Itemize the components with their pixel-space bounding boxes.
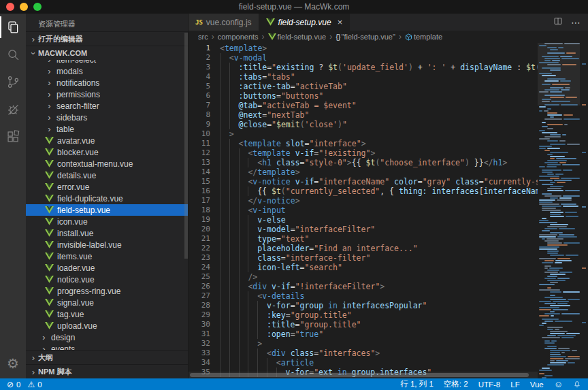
code-line[interactable]: 10> — [189, 129, 538, 139]
debug-icon[interactable] — [0, 95, 26, 123]
tree-item-notice-vue[interactable]: notice.vue — [26, 274, 188, 285]
code-line[interactable]: 31:open="true" — [189, 329, 538, 339]
line-number[interactable]: 30 — [189, 320, 220, 329]
code-line[interactable]: 15<v-notice v-if="interfaceName" color="… — [189, 177, 538, 186]
code-line[interactable]: 29:key="group.title" — [189, 310, 538, 320]
code-line[interactable]: 32> — [189, 339, 538, 348]
code-line[interactable]: 14</template> — [189, 167, 538, 177]
code-line[interactable]: 27<v-details — [189, 291, 538, 301]
line-number[interactable]: 15 — [189, 177, 220, 186]
npm-scripts-section[interactable]: › NPM 脚本 — [26, 364, 188, 378]
tree-item-table[interactable]: ›table — [26, 123, 188, 135]
split-editor-icon[interactable] — [553, 16, 563, 29]
code-line[interactable]: 17</v-notice> — [189, 196, 538, 206]
tree-item-modals[interactable]: ›modals — [26, 65, 188, 77]
tree-item-sidebars[interactable]: ›sidebars — [26, 112, 188, 123]
tree-item-error-vue[interactable]: error.vue — [26, 181, 188, 193]
breadcrumb-item[interactable]: {}"field-setup.vue" — [336, 33, 395, 41]
code-line[interactable]: 18<v-input — [189, 206, 538, 215]
code-line[interactable]: 19v-else — [189, 215, 538, 225]
code-line[interactable]: 6:buttons="buttons" — [189, 91, 538, 101]
close-window-button[interactable] — [6, 3, 14, 11]
notifications-bell-icon[interactable] — [573, 380, 581, 389]
manage-gear-icon[interactable]: ⚙ — [0, 348, 26, 378]
line-number[interactable]: 21 — [189, 234, 220, 244]
line-number[interactable]: 12 — [189, 148, 220, 158]
line-number[interactable]: 19 — [189, 215, 220, 225]
tree-item-events[interactable]: ›events — [26, 343, 188, 350]
tree-item-notifications[interactable]: ›notifications — [26, 77, 188, 88]
code-line[interactable]: 25/> — [189, 272, 538, 282]
code-line[interactable]: 2<v-modal — [189, 53, 538, 63]
code-line[interactable]: 20v-model="interfaceFilter" — [189, 225, 538, 234]
code-line[interactable]: 4:tabs="tabs" — [189, 72, 538, 82]
close-tab-icon[interactable]: × — [338, 17, 343, 27]
line-number[interactable]: 27 — [189, 291, 220, 301]
line-number[interactable]: 14 — [189, 167, 220, 177]
code-editor[interactable]: 1<template>2<v-modal3:title="existing ? … — [189, 43, 588, 378]
tree-item-design[interactable]: ›design — [26, 331, 188, 343]
line-number[interactable]: 3 — [189, 63, 220, 72]
line-number[interactable]: 10 — [189, 129, 220, 139]
error-count[interactable]: ⊘0 — [7, 380, 20, 389]
zoom-window-button[interactable] — [33, 3, 42, 11]
tree-item-field-duplicate-vue[interactable]: field-duplicate.vue — [26, 193, 188, 204]
explorer-icon[interactable] — [0, 14, 26, 41]
line-number[interactable]: 7 — [189, 101, 220, 110]
more-actions-icon[interactable]: ⋯ — [571, 17, 581, 28]
code-line[interactable]: 22placeholder="Find an interface..." — [189, 244, 538, 253]
feedback-smiley-icon[interactable]: ☺ — [554, 380, 563, 389]
line-number[interactable]: 4 — [189, 72, 220, 82]
line-number[interactable]: 20 — [189, 225, 220, 234]
tree-item-search-filter[interactable]: ›search-filter — [26, 100, 188, 112]
code-line[interactable]: 9@close="$emit('close')" — [189, 120, 538, 129]
tree-item-blocker-vue[interactable]: blocker.vue — [26, 146, 188, 158]
code-content[interactable]: 1<template>2<v-modal3:title="existing ? … — [189, 44, 538, 378]
horizontal-scrollbar[interactable] — [189, 372, 538, 378]
tree-item-signal-vue[interactable]: signal.vue — [26, 297, 188, 308]
status-item[interactable]: 空格: 2 — [444, 379, 468, 389]
workspace-section[interactable]: › MACWK.COM — [26, 46, 188, 60]
line-number[interactable]: 8 — [189, 110, 220, 120]
minimap[interactable] — [538, 43, 580, 378]
tree-item-invisible-label-vue[interactable]: invisible-label.vue — [26, 239, 188, 250]
tree-item-progress-ring-vue[interactable]: progress-ring.vue — [26, 285, 188, 297]
tree-item-field-setup-vue[interactable]: field-setup.vue — [26, 204, 188, 216]
warning-count[interactable]: ⚠0 — [27, 380, 42, 389]
line-number[interactable]: 33 — [189, 348, 220, 358]
code-line[interactable]: 16{{ $t("currently_selected", { thing: i… — [189, 186, 538, 196]
code-line[interactable]: 8@next="nextTab" — [189, 110, 538, 120]
line-number[interactable]: 18 — [189, 206, 220, 215]
code-line[interactable]: 5:active-tab="activeTab" — [189, 82, 538, 91]
line-number[interactable]: 22 — [189, 244, 220, 253]
breadcrumb-item[interactable]: template — [405, 33, 442, 41]
tree-item-upload-vue[interactable]: upload.vue — [26, 320, 188, 331]
breadcrumb-item[interactable]: field-setup.vue — [268, 33, 327, 41]
open-editors-section[interactable]: › 打开的编辑器 — [26, 31, 188, 46]
line-number[interactable]: 6 — [189, 91, 220, 101]
tree-item-tag-vue[interactable]: tag.vue — [26, 308, 188, 320]
tab-vue-config-js[interactable]: JSvue.config.js — [189, 14, 259, 31]
minimap-slider[interactable] — [538, 43, 580, 105]
code-line[interactable]: 13<h1 class="style-0">{{ $t("choose_inte… — [189, 158, 538, 167]
tree-item-items-vue[interactable]: items.vue — [26, 250, 188, 262]
line-number[interactable]: 2 — [189, 53, 220, 63]
code-line[interactable]: 23class="interface-filter" — [189, 253, 538, 263]
problems-indicators[interactable]: ⊘0⚠0 — [7, 380, 42, 389]
code-line[interactable]: 21type="text" — [189, 234, 538, 244]
code-line[interactable]: 24icon-left="search" — [189, 263, 538, 272]
line-number[interactable]: 28 — [189, 301, 220, 310]
overview-ruler[interactable] — [580, 43, 588, 378]
search-icon[interactable] — [0, 41, 26, 68]
line-number[interactable]: 5 — [189, 82, 220, 91]
code-line[interactable]: 34<article — [189, 358, 538, 368]
line-number[interactable]: 9 — [189, 120, 220, 129]
code-line[interactable]: 33<div class="interfaces"> — [189, 348, 538, 358]
sidebar-scrollbar[interactable] — [184, 33, 188, 259]
minimize-window-button[interactable] — [20, 3, 28, 11]
tree-item-install-vue[interactable]: install.vue — [26, 227, 188, 239]
status-item[interactable]: LF — [510, 380, 519, 389]
line-number[interactable]: 29 — [189, 310, 220, 320]
extensions-icon[interactable] — [0, 123, 26, 150]
line-number[interactable]: 11 — [189, 139, 220, 148]
